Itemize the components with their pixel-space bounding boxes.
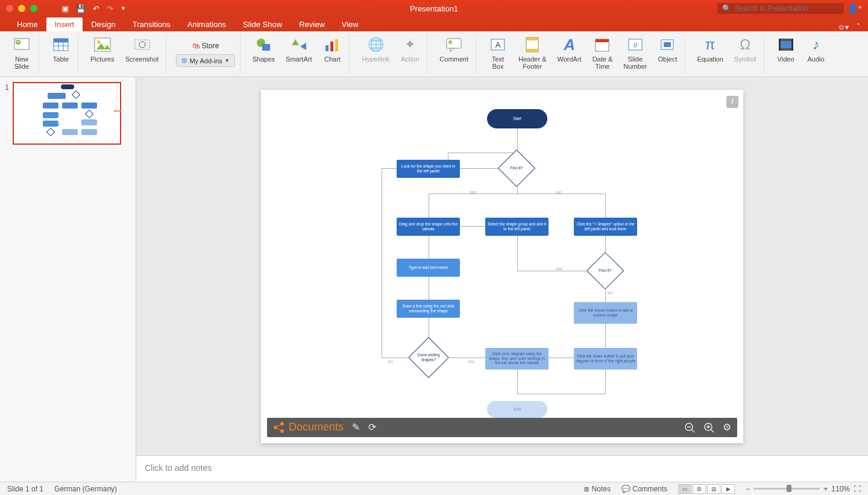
title-bar: ▣ 💾 ↶ ↷ ▼ Presentation1 🔍 👤⁺ — [0, 0, 868, 17]
my-addins-button[interactable]: ⊞My Add-ins▼ — [176, 54, 234, 67]
store-button[interactable]: 🛍Store — [190, 41, 222, 51]
action-button: ✦Action — [398, 34, 422, 64]
slide-thumbnails-panel[interactable]: 1 ▬▬ — [0, 77, 136, 482]
lucidchart-icon — [273, 421, 285, 434]
search-input[interactable] — [735, 4, 839, 13]
chart-button[interactable]: Chart — [320, 34, 344, 64]
reading-view-button[interactable]: ▤ — [707, 484, 720, 494]
wordart-icon: A — [560, 35, 579, 54]
lbl-no-1: NO — [556, 191, 562, 194]
tab-animations[interactable]: Animations — [179, 17, 234, 31]
status-notes-button[interactable]: ≣ Notes — [583, 485, 611, 493]
svg-point-13 — [139, 42, 145, 48]
fc-type: Type to add text inside — [397, 259, 460, 277]
tab-insert[interactable]: Insert — [46, 17, 83, 31]
wordart-button[interactable]: AWordArt — [555, 34, 584, 71]
video-button[interactable]: Video — [774, 34, 798, 64]
shapes-button[interactable]: Shapes — [250, 34, 277, 64]
slide-canvas[interactable]: i Start Look for the shape you need in t… — [136, 77, 868, 455]
svg-rect-29 — [526, 49, 538, 52]
zoom-slider[interactable] — [753, 488, 820, 490]
sorter-view-button[interactable]: ⊞ — [693, 484, 706, 494]
status-bar: Slide 1 of 1 German (Germany) ≣ Notes 💬 … — [0, 482, 868, 495]
comment-button[interactable]: +Comment — [437, 34, 471, 64]
tab-review[interactable]: Review — [291, 17, 333, 31]
addin-toolbar: Documents ✎ ⟳ ⚙ — [267, 418, 737, 437]
share-icon[interactable]: 👤⁺ — [848, 4, 862, 13]
tab-view[interactable]: View — [333, 17, 367, 31]
edit-icon[interactable]: ✎ — [352, 421, 360, 433]
new-slide-button[interactable]: + New Slide — [10, 34, 34, 71]
date-time-button[interactable]: Date & Time — [590, 34, 615, 71]
fit-to-window-button[interactable]: ⛶ — [854, 485, 861, 493]
svg-line-43 — [275, 424, 282, 427]
fc-end: End — [487, 401, 547, 418]
svg-rect-20 — [335, 39, 338, 51]
fc-select: Select the shape group and add it to the… — [485, 218, 549, 236]
zoom-in-button[interactable]: + — [823, 485, 828, 493]
pictures-button[interactable]: Pictures — [88, 34, 117, 64]
svg-rect-39 — [791, 39, 793, 51]
addin-logo[interactable]: Documents — [273, 421, 344, 434]
zoom-in-icon[interactable] — [703, 422, 714, 433]
audio-icon: ♪ — [807, 35, 826, 54]
lbl-no-3: NO — [388, 360, 393, 364]
table-icon — [51, 35, 71, 54]
equation-button[interactable]: πEquation — [694, 34, 725, 64]
object-button[interactable]: Object — [655, 34, 679, 71]
new-slide-icon: + — [12, 35, 31, 54]
workspace: 1 ▬▬ i Star — [0, 77, 868, 482]
svg-text:#: # — [633, 40, 638, 49]
fc-drag: Drag and drop the shape onto the canvas — [397, 218, 460, 236]
zoom-level[interactable]: 110% — [831, 485, 850, 493]
notes-pane[interactable]: Click to add notes — [136, 455, 868, 482]
zoom-out-button[interactable]: − — [746, 485, 750, 493]
svg-rect-31 — [596, 39, 609, 42]
smartart-button[interactable]: SmartArt — [283, 34, 314, 64]
settings-gear-icon[interactable]: ⚙ — [723, 421, 731, 433]
tab-design[interactable]: Design — [83, 17, 124, 31]
tab-home[interactable]: Home — [8, 17, 46, 31]
feedback-icon[interactable]: ☺▾ — [838, 23, 849, 31]
action-icon: ✦ — [400, 35, 420, 54]
svg-rect-18 — [326, 45, 329, 51]
status-slide-count: Slide 1 of 1 — [7, 485, 43, 493]
status-language[interactable]: German (Germany) — [54, 485, 117, 493]
screenshot-icon — [133, 35, 152, 54]
smartart-icon — [289, 35, 309, 54]
ribbon: + New Slide Table Pictures Screenshot 🛍S… — [0, 31, 868, 77]
refresh-icon[interactable]: ⟳ — [368, 421, 376, 433]
screenshot-button[interactable]: Screenshot — [123, 34, 162, 64]
zoom-out-icon[interactable] — [684, 422, 695, 433]
tab-slide-show[interactable]: Slide Show — [234, 17, 291, 31]
normal-view-button[interactable]: ▭ — [678, 484, 691, 494]
tab-transitions[interactable]: Transitions — [124, 17, 179, 31]
table-button[interactable]: Table — [49, 34, 73, 64]
audio-button[interactable]: ♪Audio — [804, 34, 828, 64]
status-comments-button[interactable]: 💬 Comments — [621, 485, 667, 493]
comment-icon: + — [444, 35, 464, 54]
slideshow-view-button[interactable]: ▶ — [722, 484, 735, 494]
svg-rect-8 — [54, 39, 68, 42]
fc-find: Find it? — [498, 149, 535, 186]
slide-thumbnail-1[interactable]: ▬▬ — [13, 82, 121, 145]
pictures-icon — [93, 35, 112, 54]
collapse-ribbon-icon[interactable]: ˆ — [857, 23, 860, 31]
lbl-yes-3: YES — [467, 360, 474, 364]
svg-marker-22 — [450, 48, 454, 52]
header-footer-button[interactable]: Header & Footer — [516, 34, 549, 71]
svg-marker-17 — [300, 43, 306, 50]
svg-point-10 — [97, 40, 101, 44]
svg-rect-19 — [330, 42, 333, 51]
slide-1[interactable]: i Start Look for the shape you need in t… — [261, 90, 743, 443]
svg-text:A: A — [495, 40, 501, 49]
chart-icon — [322, 35, 342, 54]
fc-find2: Find it? — [587, 251, 624, 289]
text-box-button[interactable]: AText Box — [486, 34, 510, 71]
search-icon: 🔍 — [722, 4, 731, 13]
info-icon[interactable]: i — [726, 96, 738, 108]
slide-number-button[interactable]: #Slide Number — [621, 34, 649, 71]
symbol-icon: Ω — [735, 35, 755, 54]
search-box[interactable]: 🔍 — [717, 3, 844, 14]
hyperlink-button: 🌐Hyperlink — [359, 34, 392, 64]
